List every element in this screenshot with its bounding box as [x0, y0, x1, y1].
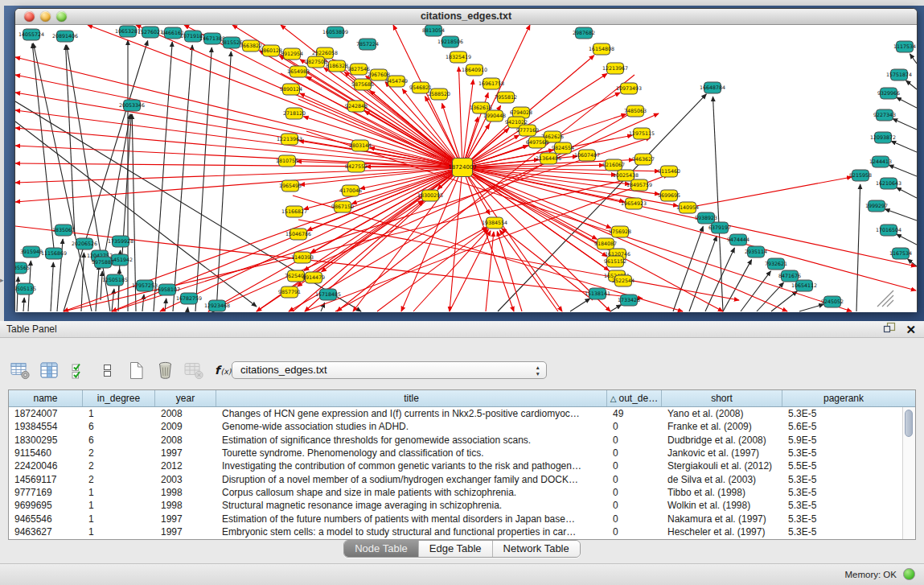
close-window-icon[interactable] [24, 11, 35, 22]
table-cell[interactable]: 5.5E-5 [782, 460, 905, 472]
table-cell[interactable]: 1 [83, 513, 155, 525]
table-cell[interactable]: 5.3E-5 [782, 526, 905, 538]
table-cell[interactable]: 0 [607, 474, 662, 485]
column-header-in_degree[interactable]: in_degree [83, 390, 155, 406]
table-row[interactable]: 1938455462009Genome-wide association stu… [9, 420, 915, 433]
network-svg[interactable]: 1405572420891406106532871527602194661611… [15, 25, 917, 312]
table-cell[interactable]: Disruption of a novel member of a sodium… [216, 474, 607, 485]
network-canvas[interactable]: 1405572420891406106532871527602194661611… [15, 25, 917, 312]
table-cell[interactable]: 5.3E-5 [782, 447, 905, 459]
table-cell[interactable]: 2 [83, 447, 155, 459]
table-cell[interactable]: 5.3E-5 [782, 487, 905, 498]
function-builder-icon[interactable]: f(x) [212, 358, 234, 382]
table-row[interactable]: 2242004622012Investigating the contribut… [9, 459, 915, 472]
table-cell[interactable]: 0 [607, 513, 662, 525]
table-cell[interactable]: Tibbo et al. (1998) [662, 487, 782, 498]
zoom-window-icon[interactable] [56, 11, 67, 22]
float-panel-icon[interactable] [883, 322, 896, 337]
column-header-short[interactable]: short [662, 390, 782, 406]
table-cell[interactable]: 6 [83, 435, 155, 446]
table-cell[interactable]: 1998 [155, 487, 216, 498]
table-cell[interactable]: 1 [83, 500, 155, 511]
column-header-out_de[interactable]: △out_de… [607, 390, 662, 406]
table-cell[interactable]: 14569117 [9, 474, 83, 485]
table-cell[interactable]: Franke et al. (2009) [662, 421, 782, 432]
column-header-name[interactable]: name [9, 390, 83, 406]
table-cell[interactable]: 0 [607, 500, 662, 511]
table-cell[interactable]: Wolkin et al. (1998) [662, 500, 782, 511]
table-cell[interactable]: 0 [607, 487, 662, 498]
table-cell[interactable]: 0 [607, 447, 662, 459]
minimize-window-icon[interactable] [40, 11, 51, 22]
table-cell[interactable]: 0 [607, 421, 662, 432]
table-source-select[interactable]: citations_edges.txt ▲▼ [232, 361, 547, 379]
table-cell[interactable]: 2008 [155, 408, 216, 419]
table-cell[interactable]: 0 [607, 460, 662, 472]
table-cell[interactable]: Structural magnetic resonance image aver… [216, 500, 607, 511]
table-cell[interactable]: 1 [83, 408, 155, 419]
show-column-icon[interactable] [39, 358, 60, 382]
table-row[interactable]: 977716911998Corpus callosum shape and si… [9, 486, 915, 499]
close-panel-icon[interactable]: ✕ [906, 323, 916, 336]
table-cell[interactable]: 1997 [155, 513, 216, 525]
table-cell[interactable]: 5.3E-5 [782, 500, 905, 511]
table-cell[interactable]: de Silva et al. (2003) [662, 474, 782, 485]
table-cell[interactable]: 19384554 [9, 421, 83, 432]
table-cell[interactable]: Genome-wide association studies in ADHD. [216, 421, 607, 432]
table-cell[interactable]: 2008 [155, 435, 216, 446]
table-cell[interactable]: 1 [83, 487, 155, 498]
table-cell[interactable]: 2003 [155, 474, 216, 485]
table-cell[interactable]: 9777169 [9, 487, 83, 498]
row-mode-icon[interactable] [97, 358, 118, 382]
table-cell[interactable]: 22420046 [9, 460, 83, 472]
new-table-icon[interactable] [125, 358, 147, 382]
table-cell[interactable]: 2012 [155, 460, 216, 472]
table-cell[interactable]: 5.3E-5 [782, 408, 905, 419]
table-cell[interactable]: 9115460 [9, 447, 83, 459]
table-cell[interactable]: Jankovic et al. (1997) [662, 447, 782, 459]
table-row[interactable]: 1456911722003Disruption of a novel membe… [9, 472, 915, 485]
table-cell[interactable]: 2009 [155, 421, 216, 432]
table-cell[interactable]: 1997 [155, 526, 216, 538]
table-cell[interactable]: 5.3E-5 [782, 513, 905, 525]
resize-grip-icon[interactable] [877, 290, 893, 307]
table-cell[interactable]: Nakamura et al. (1997) [662, 513, 782, 525]
table-cell[interactable]: Corpus callosum shape and size in male p… [216, 487, 607, 498]
table-cell[interactable]: 9465546 [9, 513, 83, 525]
table-cell[interactable]: Hescheler et al. (1997) [662, 526, 782, 538]
table-cell[interactable]: 1998 [155, 500, 216, 511]
table-cell[interactable]: Estimation of the future numbers of pati… [216, 513, 607, 525]
table-row[interactable]: 1830029562008Estimation of significance … [9, 434, 915, 447]
table-cell[interactable]: 5.3E-5 [782, 474, 905, 485]
table-settings-icon[interactable] [10, 358, 31, 382]
table-cell[interactable]: 9463627 [9, 526, 83, 538]
table-cell[interactable]: 18724007 [9, 408, 83, 419]
table-cell[interactable]: Dudbridge et al. (2008) [662, 435, 782, 446]
delete-column-icon[interactable] [154, 358, 176, 382]
table-cell[interactable]: Changes of HCN gene expression and I(f) … [216, 408, 607, 419]
column-check-icon[interactable] [68, 358, 89, 382]
table-cell[interactable]: Estimation of significance thresholds fo… [216, 435, 607, 446]
table-cell[interactable]: 18300295 [9, 435, 83, 446]
table-row[interactable]: 911546021997Tourette syndrome. Phenomeno… [9, 447, 915, 459]
column-header-pagerank[interactable]: pagerank [782, 390, 905, 406]
table-vertical-scrollbar[interactable] [902, 407, 915, 539]
column-header-title[interactable]: title [216, 390, 607, 406]
tab-network-table[interactable]: Network Table [493, 541, 580, 557]
column-header-year[interactable]: year [155, 390, 216, 406]
table-cell[interactable]: 0 [607, 435, 662, 446]
table-cell[interactable]: 2 [83, 474, 155, 485]
table-cell[interactable]: 5.9E-5 [782, 435, 905, 446]
table-cell[interactable]: 1 [83, 526, 155, 538]
table-cell[interactable]: 6 [83, 421, 155, 432]
table-cell[interactable]: Embryonic stem cells: a model to study s… [216, 526, 607, 538]
table-row[interactable]: 946362711997Embryonic stem cells: a mode… [9, 525, 915, 538]
scrollbar-thumb[interactable] [905, 410, 913, 437]
table-cell[interactable]: 0 [607, 526, 662, 538]
table-cell[interactable]: Investigating the contribution of common… [216, 460, 607, 472]
tab-node-table[interactable]: Node Table [344, 541, 419, 557]
network-window-titlebar[interactable]: citations_edges.txt [15, 9, 917, 25]
table-cell[interactable]: Stergiakouli et al. (2012) [662, 460, 782, 472]
table-cell[interactable]: Yano et al. (2008) [662, 408, 782, 419]
table-cell[interactable]: 1997 [155, 447, 216, 459]
